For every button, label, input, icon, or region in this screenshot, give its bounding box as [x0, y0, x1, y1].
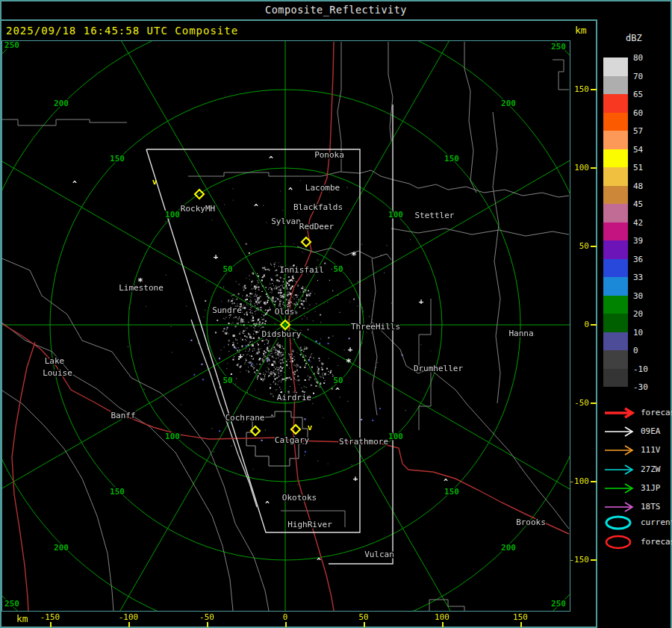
range-ring-label: 150	[110, 154, 125, 164]
right-axis-tick-label: 150	[559, 84, 589, 94]
right-axis-tick-label: -50	[559, 398, 589, 408]
colorbar-value-label: 39	[633, 236, 666, 246]
ellipse-shape	[606, 517, 630, 529]
city-label: RockyMH	[181, 204, 215, 214]
county-boundary	[388, 42, 393, 140]
city-label: Brooks	[516, 517, 546, 527]
colorbar-value-label: 48	[633, 181, 666, 191]
bottom-axis-tick	[285, 622, 287, 627]
legend-arrow-icon	[602, 404, 638, 422]
city-label: Cochrane	[225, 413, 265, 423]
city-label: Innisfail	[279, 265, 324, 275]
colorbar-cell	[603, 167, 628, 186]
bottom-axis-tick-label: 150	[498, 612, 543, 622]
range-ring-label: 50	[333, 264, 343, 274]
county-boundary	[2, 389, 113, 611]
bottom-axis-tick	[364, 622, 365, 627]
right-axis-tick-label: -150	[559, 555, 589, 565]
county-boundary	[371, 258, 377, 415]
range-ring-label: 200	[54, 99, 69, 108]
colorbar-value-label: 60	[633, 108, 666, 118]
legend-arrow-icon	[602, 479, 638, 497]
colorbar-value-label: 70	[633, 72, 666, 81]
legend-item-27ZW: 27ZW	[602, 461, 671, 479]
range-ring-label: 250	[4, 599, 19, 609]
city-label: Drumheller	[414, 364, 464, 373]
colorbar-cell	[603, 277, 628, 296]
legend-item-label: forecast	[641, 408, 672, 417]
colorbar-value-label: 36	[633, 255, 666, 264]
right-axis-tick-label: 50	[559, 241, 589, 251]
titlebar-separator	[0, 19, 672, 21]
caret-marker: ^	[317, 557, 321, 565]
colorbar-value-label: 54	[633, 145, 666, 155]
county-boundary	[493, 112, 500, 403]
range-ring-label: 100	[388, 210, 403, 220]
window-titlebar[interactable]: Composite_Reflectivity	[0, 0, 672, 19]
colorbar-value-label: -10	[633, 364, 666, 374]
range-ring-label: 250	[551, 42, 566, 52]
asterisk-marker: *	[346, 356, 352, 367]
plus-marker: +	[238, 351, 243, 361]
legend-item-label: 09EA	[641, 426, 661, 436]
right-axis-tick-label: 100	[559, 163, 589, 172]
colorbar-cell	[603, 332, 628, 351]
colorbar-value-label: 57	[633, 126, 666, 136]
radar-site-diamond	[291, 425, 300, 434]
colorbar-value-label: 65	[633, 90, 666, 99]
bottom-axis-tick	[207, 622, 208, 627]
colorbar-value-label: 20	[633, 309, 666, 319]
city-label: Stettler	[415, 211, 455, 220]
caret-marker: ^	[72, 180, 77, 188]
city-label: Didsbury	[262, 329, 302, 339]
legend-item-label: forecast	[641, 537, 672, 547]
county-boundary	[188, 170, 569, 197]
range-ring-label: 200	[501, 99, 516, 108]
range-ring-label: 200	[54, 543, 69, 553]
colorbar-cell	[603, 240, 628, 259]
bottom-axis-tick-label: -50	[184, 612, 229, 622]
right-axis-tick	[591, 167, 597, 169]
azimuth-spoke	[2, 123, 285, 325]
range-ring-label: 50	[333, 376, 343, 385]
right-distance-axis: 150100500-50-100-150	[570, 41, 597, 611]
colorbar-cell	[603, 131, 628, 149]
caret-marker: ^	[269, 155, 273, 164]
colorbar-value-label: -30	[633, 382, 666, 392]
bottom-axis-tick	[520, 622, 522, 627]
city-label: RedDeer	[299, 222, 335, 231]
range-ring-label: 200	[501, 543, 516, 553]
legend-ellipse-icon	[602, 533, 638, 551]
range-ring-label: 150	[110, 487, 125, 497]
right-axis-unit-label: km	[575, 25, 594, 36]
plus-marker: +	[214, 252, 219, 261]
legend-item-111V: 111V	[602, 441, 671, 459]
legend-item-label: 27ZW	[641, 464, 661, 474]
caret-marker: ^	[289, 279, 293, 287]
bottom-axis-tick	[128, 622, 130, 627]
city-label: Sylvan	[271, 217, 301, 226]
bottom-axis-tick-label: -150	[28, 612, 72, 622]
range-ring-label: 50	[223, 376, 232, 385]
road-line	[12, 342, 35, 611]
legend-item-label: 31JP	[641, 483, 661, 493]
range-ring-label: 100	[388, 432, 403, 441]
right-axis-tick	[591, 89, 597, 90]
colorbar-cell	[603, 314, 628, 332]
window-title: Composite_Reflectivity	[265, 4, 407, 16]
azimuth-spoke	[84, 41, 285, 325]
caret-marker: ^	[254, 203, 258, 211]
range-ring-label: 250	[551, 599, 566, 609]
color-scale-panel: dBZ 807065605754514845423936333020100-10…	[597, 19, 671, 628]
legend-ellipse-icon	[602, 514, 638, 532]
colorbar-cell	[603, 259, 628, 278]
right-axis-tick-label: -100	[559, 476, 589, 486]
city-label: Blackfalds	[293, 202, 343, 212]
legend-item-09EA: 09EA	[602, 423, 671, 441]
bottom-axis-unit-label: km	[16, 613, 28, 624]
range-ring-label: 50	[223, 264, 232, 274]
city-label: Strathmore	[339, 437, 388, 447]
right-axis-tick	[591, 324, 597, 326]
radar-map[interactable]: 5050505010010010010015015015015020020020…	[2, 41, 570, 611]
colorbar-value-label: 0	[633, 346, 666, 355]
